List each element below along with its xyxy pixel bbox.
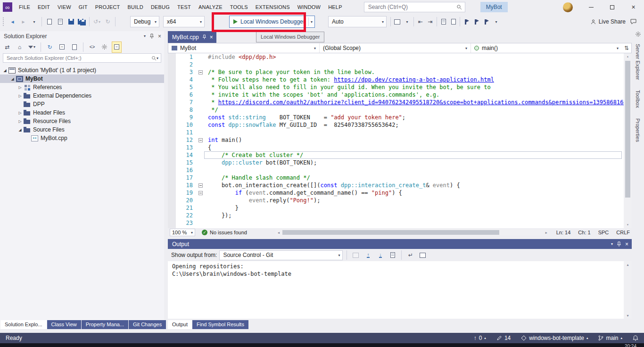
navigate-forward-icon[interactable]: ▸	[18, 16, 28, 27]
code-line-15[interactable]: 15 dpp::cluster bot(BOT_TOKEN);	[176, 159, 624, 166]
panel-tab-git-changes[interactable]: Git Changes	[129, 320, 166, 329]
code-line-1[interactable]: 1#include <dpp/dpp.h>	[176, 53, 624, 61]
chevron-expanded-icon[interactable]: ◢	[9, 77, 16, 81]
code-line-10[interactable]: 10const dpp::snowflake MY_GUILD_ID = 825…	[176, 121, 624, 129]
panel-tab-find-symbol-results[interactable]: Find Symbol Results	[192, 320, 248, 329]
menu-window[interactable]: WINDOW	[294, 2, 324, 12]
navbar-options-icon[interactable]: ⇅	[622, 43, 631, 53]
solution-name-chip[interactable]: MyBot	[480, 2, 508, 12]
switch-views-icon[interactable]: ⇄	[2, 41, 12, 53]
close-tab-icon[interactable]: ×	[210, 34, 213, 41]
code-line-5[interactable]: 5 * You will also need to fill in your g…	[176, 83, 624, 91]
panel-tab-output[interactable]: Output	[168, 320, 192, 329]
code-line-12[interactable]: 12int main()	[176, 136, 624, 144]
tree-item-references[interactable]: ▷References	[0, 83, 164, 91]
code-line-6[interactable]: 6 * invite it with the scopes 'bot' and …	[176, 91, 624, 99]
save-icon[interactable]	[66, 16, 76, 27]
find-message-in-code-icon[interactable]	[351, 249, 361, 261]
scroll-up-icon[interactable]: ▴	[624, 261, 632, 268]
previous-bookmark-icon[interactable]	[462, 16, 471, 27]
code-line-18[interactable]: 18 bot.on_interaction_create([](const dp…	[176, 182, 624, 189]
tree-item-header-files[interactable]: ▷Header Files	[0, 108, 164, 117]
tree-item-resource-files[interactable]: ▷Resource Files	[0, 117, 164, 125]
code-line-13[interactable]: 13{	[176, 144, 624, 151]
side-tab-properties[interactable]: Properties	[635, 118, 641, 142]
editor-vertical-scrollbar[interactable]: ▴ ▾	[624, 53, 632, 228]
panel-tab-property-mana[interactable]: Property Mana...	[82, 320, 128, 329]
solution-explorer-search-input[interactable]	[6, 55, 151, 61]
window-position-icon[interactable]: ▾	[144, 34, 146, 38]
goto-previous-message-icon[interactable]: ↑	[363, 249, 373, 261]
indent-decrease-icon[interactable]: ⇤	[415, 16, 425, 27]
watch-mode-combo[interactable]: Auto▾	[328, 16, 387, 27]
close-button[interactable]: ×	[623, 0, 644, 14]
code-line-14[interactable]: 14 /* Create bot cluster */	[176, 151, 624, 159]
menu-build[interactable]: BUILD	[124, 2, 147, 12]
code-line-7[interactable]: 7 * https://discord.com/oauth2/authorize…	[176, 99, 624, 106]
notifications-button[interactable]	[633, 335, 638, 341]
account-avatar[interactable]	[563, 2, 573, 12]
branch-button[interactable]: main ▴	[598, 335, 622, 341]
open-file-icon[interactable]	[55, 16, 65, 27]
code-line-8[interactable]: 8 */	[176, 106, 624, 114]
solution-explorer-search-box[interactable]: ▾	[3, 53, 161, 63]
uncomment-selection-icon[interactable]	[448, 16, 458, 27]
code-editor[interactable]: 1#include <dpp/dpp.h>23/* Be sure to pla…	[168, 53, 632, 228]
member-dropdown[interactable]: main() ▾	[471, 43, 622, 53]
scroll-down-icon[interactable]: ▾	[624, 222, 632, 228]
output-text[interactable]: Opening repositories:C:\Users\brain\wind…	[168, 261, 624, 319]
next-bookmark-icon[interactable]	[481, 16, 491, 27]
navigate-backward-icon[interactable]: ◂	[8, 16, 17, 27]
toggle-autoscroll-icon[interactable]	[418, 249, 428, 261]
chevron-collapsed-icon[interactable]: ▷	[17, 94, 23, 98]
panel-tab-solution-explo[interactable]: Solution Explo...	[0, 320, 47, 329]
side-tab-server-explorer[interactable]: Server Explorer	[635, 44, 641, 80]
fold-collapse-icon[interactable]	[197, 68, 204, 76]
scope-dropdown[interactable]: (Global Scope) ▾	[320, 43, 471, 53]
toolbar-overflow-icon[interactable]: ▾	[491, 16, 501, 27]
chevron-collapsed-icon[interactable]: ▷	[17, 85, 23, 90]
toolbar-grip[interactable]	[3, 17, 5, 26]
code-line-20[interactable]: 20 event.reply("Pong!");	[176, 197, 624, 204]
project-dropdown[interactable]: MyBot ▾	[168, 43, 320, 53]
menu-tools[interactable]: TOOLS	[226, 2, 252, 12]
pin-icon[interactable]	[149, 33, 154, 39]
toggle-word-wrap-icon[interactable]: ↵	[405, 249, 415, 261]
menu-project[interactable]: PROJECT	[91, 2, 124, 12]
chevron-expanded-icon[interactable]: ◢	[2, 68, 8, 73]
tree-item-mybot[interactable]: ◢MyBot	[0, 74, 164, 83]
spaces-indicator[interactable]: SPC	[598, 230, 609, 235]
global-search-box[interactable]	[364, 2, 465, 12]
repository-button[interactable]: windows-bot-template ▴	[521, 335, 588, 341]
code-line-11[interactable]: 11	[176, 129, 624, 136]
home-icon[interactable]: ⌂	[15, 41, 25, 53]
tree-item-mybot-cpp[interactable]: ++MyBot.cpp	[0, 134, 164, 142]
code-line-22[interactable]: 22 });	[176, 212, 624, 219]
save-all-icon[interactable]	[77, 16, 87, 27]
document-tab-mybot-cpp[interactable]: MyBot.cpp ×	[168, 31, 216, 43]
scroll-left-icon[interactable]: ◂	[275, 229, 282, 236]
fold-collapse-icon[interactable]	[197, 189, 204, 197]
tree-item-solution-mybot-1-of-1-project[interactable]: ◢Solution 'MyBot' (1 of 1 project)	[0, 66, 164, 74]
fold-collapse-icon[interactable]	[197, 182, 204, 189]
eol-indicator[interactable]: CRLF	[616, 230, 630, 235]
pin-icon[interactable]	[202, 34, 206, 40]
code-line-21[interactable]: 21 }	[176, 204, 624, 212]
code-line-2[interactable]: 2	[176, 61, 624, 68]
code-line-17[interactable]: 17 /* Handle slash command */	[176, 174, 624, 182]
scrollbar-thumb[interactable]	[625, 61, 630, 198]
clear-all-icon[interactable]	[388, 249, 397, 261]
application-insights-icon[interactable]	[392, 16, 402, 27]
chevron-collapsed-icon[interactable]: ▷	[17, 119, 23, 124]
code-line-16[interactable]: 16	[176, 166, 624, 174]
solution-configurations-combo[interactable]: Debug▾	[130, 16, 159, 27]
pin-icon[interactable]	[617, 241, 621, 247]
menu-debug[interactable]: DEBUG	[147, 2, 173, 12]
tree-item-external-dependencies[interactable]: ▷External Dependencies	[0, 91, 164, 100]
code-line-23[interactable]: 23	[176, 219, 624, 227]
global-search-input[interactable]	[367, 3, 456, 11]
code-line-3[interactable]: 3/* Be sure to place your token in the l…	[176, 68, 624, 76]
window-position-icon[interactable]: ▾	[611, 242, 613, 246]
goto-next-message-icon[interactable]: ↓	[375, 249, 385, 261]
code-view-icon[interactable]: <>	[87, 41, 97, 53]
